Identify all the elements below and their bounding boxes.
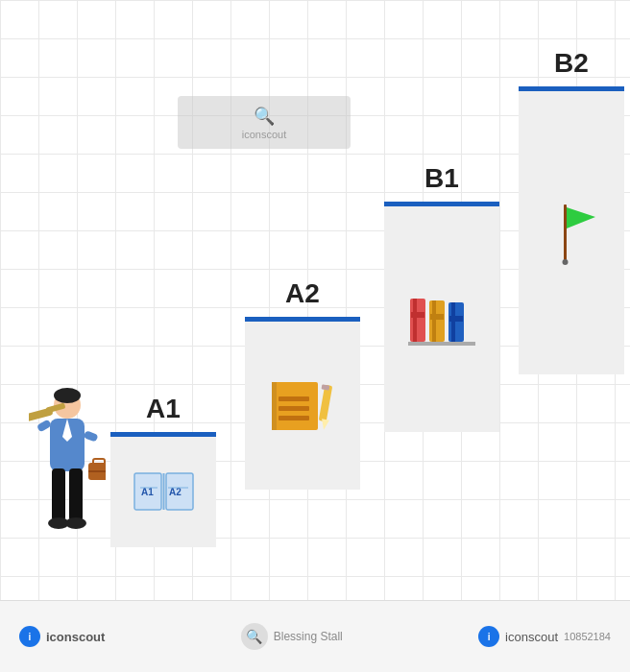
step-a2: A2 (245, 317, 360, 490)
bottom-search-icon: 🔍 (241, 623, 268, 650)
step-b2-icon (543, 200, 600, 267)
svg-rect-20 (430, 314, 444, 320)
step-b1: B1 (384, 202, 499, 432)
iconscout-text-left: iconscout (46, 630, 105, 644)
svg-point-42 (65, 517, 86, 529)
blessing-stall-label: Blessing Stall (274, 630, 343, 643)
step-a1: A1 A1 A2 (110, 432, 216, 547)
step-b2-label: B2 (554, 48, 589, 79)
bottom-bar: i iconscout 🔍 Blessing Stall i iconscout… (0, 600, 630, 672)
svg-rect-40 (69, 468, 83, 521)
svg-rect-12 (319, 384, 332, 421)
svg-text:A1: A1 (141, 487, 154, 497)
svg-point-27 (563, 259, 569, 265)
watermark-search-icon: 🔍 (254, 106, 275, 127)
step-b1-icon (408, 291, 475, 348)
svg-rect-10 (279, 416, 309, 420)
svg-rect-19 (432, 300, 436, 342)
svg-rect-21 (448, 302, 464, 342)
svg-rect-24 (408, 342, 475, 346)
svg-rect-33 (84, 430, 99, 442)
center-watermark: 🔍 iconscout (178, 96, 351, 149)
svg-rect-32 (36, 420, 52, 433)
step-a1-icon: A1 A2 (133, 468, 195, 516)
svg-rect-15 (410, 299, 425, 342)
svg-rect-39 (52, 468, 65, 521)
svg-rect-25 (564, 204, 567, 262)
bottom-left-logo: i iconscout (19, 626, 105, 647)
svg-rect-18 (429, 300, 445, 342)
bottom-center-area: 🔍 Blessing Stall (241, 623, 343, 650)
svg-text:A2: A2 (169, 487, 182, 497)
asset-id: 10852184 (564, 631, 611, 642)
svg-rect-17 (411, 312, 424, 318)
step-b2: B2 (519, 86, 624, 374)
step-a1-label: A1 (146, 394, 181, 424)
person-figure (29, 384, 106, 566)
step-b1-label: B1 (424, 163, 459, 194)
svg-rect-37 (93, 459, 105, 465)
main-content: 🔍 iconscout A1 A1 A2 A2 (0, 0, 630, 672)
bottom-right-area: i iconscout 10852184 (478, 626, 611, 647)
svg-rect-16 (413, 299, 417, 342)
step-a2-label: A2 (285, 278, 320, 309)
svg-point-29 (54, 388, 81, 403)
iconscout-text-right: iconscout (505, 630, 558, 644)
step-a2-icon (269, 377, 336, 435)
svg-rect-11 (272, 382, 277, 430)
svg-rect-9 (279, 406, 309, 411)
watermark-label: iconscout (242, 129, 286, 140)
svg-rect-8 (279, 396, 309, 401)
svg-rect-23 (449, 316, 463, 322)
svg-marker-26 (567, 207, 595, 228)
iconscout-logo-left: i (19, 626, 40, 647)
iconscout-logo-right: i (478, 626, 499, 647)
svg-rect-22 (451, 302, 455, 342)
